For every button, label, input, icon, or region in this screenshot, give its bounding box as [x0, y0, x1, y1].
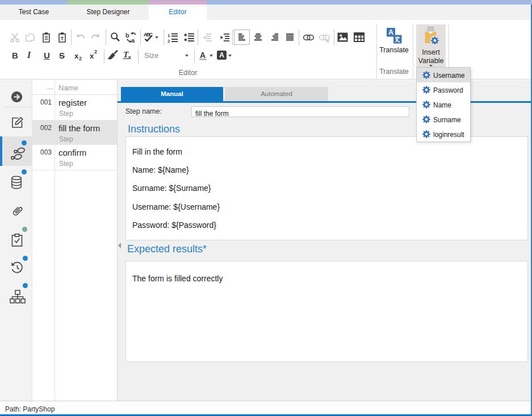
svg-text:x: x: [128, 54, 132, 60]
svg-text:A: A: [388, 28, 393, 36]
svg-text:b: b: [125, 32, 129, 39]
svg-text:T: T: [61, 35, 64, 41]
svg-text:2: 2: [167, 39, 170, 43]
svg-text:1: 1: [167, 33, 170, 38]
svg-text:a: a: [131, 37, 135, 44]
